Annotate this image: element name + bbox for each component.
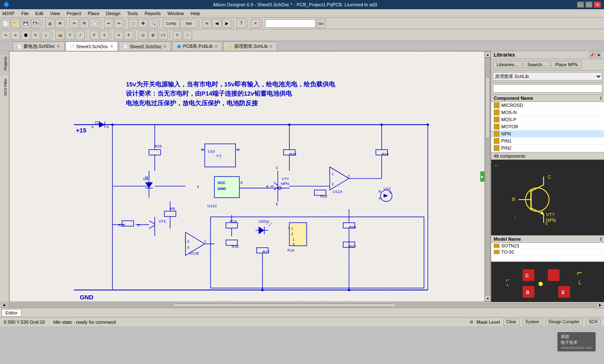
menu-edit[interactable]: Edit (32, 10, 47, 16)
tab-battery[interactable]: 📄 蓄电池.SchDoc ✕ (13, 42, 65, 51)
tab-pcblib[interactable]: 🔷 PCB库.PcbLib ✕ (172, 42, 222, 51)
design-compiler-button[interactable]: Design Compiler (546, 319, 583, 325)
tb-cut[interactable]: ✂ (70, 19, 79, 28)
tb-junction[interactable]: ⬤ (21, 31, 30, 40)
tab-close-pcblib[interactable]: ✕ (214, 44, 218, 49)
tb-erc[interactable]: E (124, 31, 133, 40)
tb-copy[interactable]: ⧉ (80, 19, 89, 28)
close-button[interactable]: ✕ (594, 2, 601, 8)
maximize-button[interactable]: □ (586, 2, 592, 8)
tb-zoom-sel[interactable]: ⊞ (148, 31, 158, 40)
tb-power[interactable]: ⏚ (41, 31, 50, 40)
sch-button[interactable]: SCH (586, 319, 601, 325)
tb-compile[interactable]: Comp (163, 19, 180, 28)
menu-view[interactable]: View (47, 10, 63, 16)
tab-close-sheet2[interactable]: ✕ (163, 44, 167, 49)
hscroll-right[interactable]: ▶ (597, 303, 603, 307)
tb-bus[interactable]: ≡ (11, 31, 20, 40)
tb-help[interactable]: ? (237, 19, 246, 28)
tb-zoom-fit[interactable]: ⊡ (138, 31, 148, 40)
menu-project[interactable]: Project (63, 10, 84, 16)
schematic-canvas-area[interactable]: ▲ ▼ 15v为开关电源输入，当有市电时，15v即有输入，给电池充电，给负载供电… (9, 51, 491, 302)
tb-print[interactable]: 🖨 (45, 19, 55, 28)
horizontal-scrollbar[interactable]: ◀ ▶ (0, 302, 604, 308)
tb-paste[interactable]: 📋 (90, 19, 99, 28)
side-tab-filter[interactable]: SCH Filter (0, 75, 9, 99)
side-tab-projects[interactable]: Projects (0, 53, 9, 74)
tb-zoom100[interactable]: 1:1 (159, 31, 168, 40)
editor-tab-editor[interactable]: Editor (2, 309, 21, 317)
tb-go[interactable]: Go (316, 19, 325, 28)
tb-redo[interactable]: ↪ (114, 19, 123, 28)
tb-undo[interactable]: ↩ (104, 19, 113, 28)
system-button[interactable]: System (523, 319, 542, 325)
panel-expand-btn[interactable]: ▶ (480, 172, 484, 182)
tb-netlist[interactable]: Net (180, 19, 197, 28)
tb-port[interactable]: P (90, 31, 99, 40)
minimize-button[interactable]: — (577, 2, 584, 8)
tab-sheet3[interactable]: 📄 Sheet3.SchDoc ✕ (65, 42, 118, 51)
tb-cross[interactable]: ✕ (251, 19, 260, 28)
comp-item-motor[interactable]: MOTOR (491, 123, 604, 130)
tb-comp[interactable]: 📦 (55, 31, 65, 40)
hscroll-track[interactable] (8, 303, 596, 307)
search-btn[interactable]: Search... (523, 61, 549, 68)
tb-zoom-in[interactable]: 🔍 (148, 19, 158, 28)
menu-help[interactable]: Help (187, 10, 203, 16)
tb-wire[interactable]: ━ (1, 31, 10, 40)
tb-text[interactable]: T (65, 31, 75, 40)
tab-schlib[interactable]: 📐 原理图库.SchLib ✕ (223, 42, 278, 51)
tb-netlabel[interactable]: N (31, 31, 40, 40)
menu-place[interactable]: Place (84, 10, 103, 16)
comp-item-mosp[interactable]: MOS-P (491, 116, 604, 123)
clear-button[interactable]: Clear (503, 319, 519, 325)
tb-filter[interactable]: F (173, 31, 182, 40)
comp-item-npn[interactable]: NPN (491, 130, 604, 138)
comp-item-mosn[interactable]: MOS-N (491, 109, 604, 116)
menu-file[interactable]: File (18, 10, 32, 16)
menu-tools[interactable]: Tools (124, 10, 141, 16)
tb-hierarchy[interactable]: H (202, 19, 211, 28)
vscroll-down[interactable]: ▼ (485, 296, 491, 302)
tb-annotate[interactable]: A (114, 31, 123, 40)
menu-design[interactable]: Design (103, 10, 124, 16)
model-item-to92[interactable]: TO-92 (491, 249, 604, 255)
tb-save[interactable]: 💾 (21, 19, 30, 28)
lib-dropdown[interactable]: 原理图库.SchLib (493, 72, 602, 81)
panel-close-btn[interactable]: ✕ (596, 52, 601, 58)
model-list[interactable]: SOTN23 TO-92 (491, 243, 604, 262)
tab-close-schlib[interactable]: ✕ (269, 44, 273, 49)
tab-sheet2[interactable]: 📄 Sheet2.SchDoc ✕ (119, 42, 171, 51)
tb-line[interactable]: / (76, 31, 85, 40)
vscroll-track[interactable] (485, 57, 490, 302)
menu-reports[interactable]: Reports (141, 10, 164, 16)
tb-open[interactable]: 📂 (11, 19, 20, 28)
vertical-scrollbar[interactable]: ▲ ▼ (484, 52, 490, 302)
hscroll-left[interactable]: ◀ (1, 303, 7, 307)
menu-window[interactable]: Window (164, 10, 187, 16)
tb-back[interactable]: ◀ (212, 19, 221, 28)
model-item-sotn23[interactable]: SOTN23 (491, 243, 604, 249)
tb-select[interactable]: ⬚ (128, 19, 138, 28)
vscroll-up[interactable]: ▲ (485, 52, 491, 57)
tb-inspect[interactable]: I (183, 31, 192, 40)
tab-close-battery[interactable]: ✕ (57, 44, 60, 49)
panel-pin-btn[interactable]: 📌 (589, 52, 595, 58)
comp-item-pin2[interactable]: PIN2 (491, 145, 604, 152)
tb-new[interactable]: 📄 (1, 19, 10, 28)
comp-item-microsd[interactable]: MICROSD (491, 102, 604, 109)
tb-move[interactable]: ✥ (138, 19, 148, 28)
place-npn-btn[interactable]: Place NPN (551, 61, 581, 68)
panel-collapse-btn[interactable]: ◀ (2, 12, 6, 16)
tb-preview[interactable]: 👁 (55, 19, 65, 28)
tb-search-input[interactable] (265, 19, 315, 28)
hscroll-thumb[interactable] (173, 304, 396, 307)
vscroll-thumb[interactable] (485, 77, 490, 138)
tb-sheet[interactable]: S (100, 31, 109, 40)
lib-filter-input[interactable] (493, 84, 602, 93)
tb-saveall[interactable]: 💾+ (31, 19, 40, 28)
comp-item-pin1[interactable]: PIN1 (491, 138, 604, 145)
libraries-btn[interactable]: Libraries... (493, 61, 522, 68)
tb-forward[interactable]: ▶ (222, 19, 232, 28)
tab-close-sheet3[interactable]: ✕ (110, 44, 113, 49)
